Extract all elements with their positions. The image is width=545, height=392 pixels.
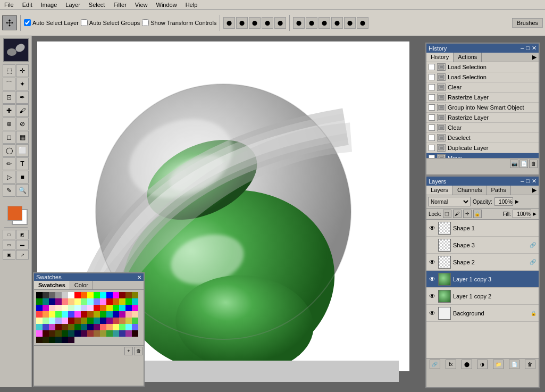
menu-view[interactable]: View xyxy=(131,2,152,8)
swatch-color[interactable] xyxy=(125,298,132,305)
swatch-color[interactable] xyxy=(113,318,119,324)
align-vcenter-btn[interactable]: ⬤ xyxy=(274,17,286,29)
swatch-color[interactable] xyxy=(125,324,132,330)
swatch-color[interactable] xyxy=(55,292,62,298)
swatch-color[interactable] xyxy=(100,292,106,298)
history-snapshot-btn[interactable]: 📷 xyxy=(510,160,518,168)
swatch-color[interactable] xyxy=(43,318,49,324)
swatch-color[interactable] xyxy=(43,305,49,311)
swatch-color[interactable] xyxy=(49,305,55,311)
auto-select-layer-label[interactable]: Auto Select Layer xyxy=(24,19,79,26)
history-panel-title[interactable]: History – □ ✕ xyxy=(426,44,539,53)
align-left-btn[interactable]: ⬤ xyxy=(223,17,235,29)
swatch-color[interactable] xyxy=(62,330,68,337)
swatch-color[interactable] xyxy=(94,324,100,330)
swatch-color[interactable] xyxy=(68,292,74,298)
menu-select[interactable]: Select xyxy=(85,2,110,8)
crop-tool[interactable]: ⊡ xyxy=(3,91,15,104)
swatch-color[interactable] xyxy=(55,330,62,337)
swatch-color[interactable] xyxy=(49,318,55,324)
swatch-color[interactable] xyxy=(81,298,87,305)
swatch-color[interactable] xyxy=(132,298,138,305)
swatch-color[interactable] xyxy=(43,330,49,337)
menu-image[interactable]: Image xyxy=(37,2,62,8)
swatch-color[interactable] xyxy=(36,324,43,330)
swatch-color[interactable] xyxy=(36,330,43,337)
standard-mode[interactable]: □ xyxy=(3,230,15,239)
history-item[interactable]: Group into New Smart Object xyxy=(426,103,539,113)
swatch-color[interactable] xyxy=(119,292,125,298)
swatch-color[interactable] xyxy=(81,292,87,298)
swatch-color[interactable] xyxy=(55,318,62,324)
opacity-stepper-btn[interactable]: ▶ xyxy=(515,199,519,204)
history-item-checkbox[interactable] xyxy=(429,124,435,131)
swatch-color[interactable] xyxy=(113,330,119,337)
menu-edit[interactable]: Edit xyxy=(18,2,37,8)
auto-select-groups-label[interactable]: Auto Select Groups xyxy=(81,19,140,26)
history-item[interactable]: Rasterize Layer xyxy=(426,93,539,103)
swatches-panel-title[interactable]: Swatches ✕ xyxy=(34,273,144,281)
swatch-color[interactable] xyxy=(100,298,106,305)
swatches-new-btn[interactable]: + xyxy=(124,347,133,355)
history-item-checkbox[interactable] xyxy=(429,145,435,151)
swatch-color[interactable] xyxy=(43,292,49,298)
swatch-color[interactable] xyxy=(119,318,125,324)
swatch-color[interactable] xyxy=(81,311,87,318)
layer-visibility-toggle[interactable]: 👁 xyxy=(429,224,436,232)
fill-input[interactable] xyxy=(513,210,531,218)
tab-paths[interactable]: Paths xyxy=(487,186,511,195)
swatch-color[interactable] xyxy=(62,311,68,318)
swatch-color[interactable] xyxy=(87,311,94,318)
path-select-tool[interactable]: ▷ xyxy=(3,171,15,184)
swatch-color[interactable] xyxy=(81,305,87,311)
swatch-color[interactable] xyxy=(125,292,132,298)
swatch-color[interactable] xyxy=(125,311,132,318)
gradient-tool[interactable]: ▦ xyxy=(16,131,29,144)
align-center-btn[interactable]: ⬤ xyxy=(236,17,248,29)
layer-adjustment-btn[interactable]: ◑ xyxy=(477,360,488,369)
swatch-color[interactable] xyxy=(74,330,81,337)
history-item[interactable]: Load Selection xyxy=(426,72,539,82)
menu-help[interactable]: Help xyxy=(181,2,202,8)
swatch-color[interactable] xyxy=(106,298,113,305)
swatch-color[interactable] xyxy=(87,305,94,311)
swatch-color[interactable] xyxy=(87,292,94,298)
swatch-color[interactable] xyxy=(74,324,81,330)
marquee-tool[interactable]: ⬚ xyxy=(3,64,15,77)
swatch-color[interactable] xyxy=(106,311,113,318)
magic-wand-tool[interactable]: ✦ xyxy=(16,78,29,90)
swatches-close-btn[interactable]: ✕ xyxy=(137,274,141,280)
swatches-delete-btn[interactable]: 🗑 xyxy=(134,347,142,355)
menu-file[interactable]: File xyxy=(0,2,18,8)
fill-stepper-btn[interactable]: ▶ xyxy=(533,211,536,216)
history-item[interactable]: Move xyxy=(426,153,539,158)
swatch-color[interactable] xyxy=(132,311,138,318)
swatch-color[interactable] xyxy=(113,324,119,330)
show-transform-controls-checkbox[interactable] xyxy=(142,19,149,26)
layers-panel-title[interactable]: Layers – □ ✕ xyxy=(426,177,539,186)
history-item[interactable]: Deselect xyxy=(426,133,539,143)
align-right-btn[interactable]: ⬤ xyxy=(249,17,261,29)
history-delete-btn[interactable]: 🗑 xyxy=(529,160,538,168)
swatch-color[interactable] xyxy=(68,324,74,330)
history-panel-menu-btn[interactable]: ▶ xyxy=(530,53,539,62)
layer-link-icon[interactable]: 🔗 xyxy=(529,258,536,266)
swatch-color[interactable] xyxy=(87,324,94,330)
lock-paint-btn[interactable]: 🖌 xyxy=(453,210,462,218)
tab-layers[interactable]: Layers xyxy=(426,186,453,195)
swatch-color[interactable] xyxy=(106,305,113,311)
swatch-color[interactable] xyxy=(81,330,87,337)
history-minimize-btn[interactable]: – xyxy=(521,45,524,52)
tab-channels[interactable]: Channels xyxy=(453,186,487,195)
swatch-color[interactable] xyxy=(125,330,132,337)
swatch-color[interactable] xyxy=(62,318,68,324)
swatch-color[interactable] xyxy=(87,330,94,337)
eyedropper-tool[interactable]: ✒ xyxy=(16,91,29,104)
layer-visibility-toggle[interactable]: 👁 xyxy=(429,293,436,300)
swatch-color[interactable] xyxy=(113,311,119,318)
lock-position-btn[interactable]: ✛ xyxy=(463,210,472,218)
swatch-color[interactable] xyxy=(55,337,62,343)
quick-mask-mode[interactable]: ◩ xyxy=(16,230,29,239)
swatch-color[interactable] xyxy=(62,324,68,330)
swatch-color[interactable] xyxy=(119,298,125,305)
